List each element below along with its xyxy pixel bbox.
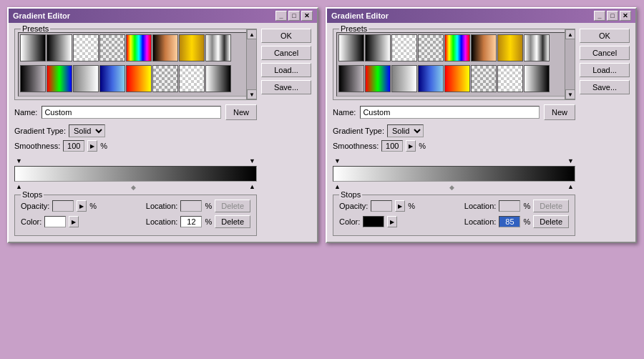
opacity-input[interactable] [371, 200, 392, 212]
preset-swatch-13[interactable] [152, 65, 178, 92]
preset-swatch-3[interactable] [99, 34, 125, 62]
scroll-up-arrow[interactable]: ▲ [247, 29, 257, 39]
maximize-button[interactable]: □ [607, 11, 618, 21]
opacity-stop-left[interactable]: ▼ [16, 157, 22, 164]
presets-group: Presets ▲ ▼ [14, 29, 257, 100]
opacity-input[interactable] [52, 200, 74, 212]
color-stop-right[interactable]: ▲ [249, 183, 255, 190]
gradient-type-select[interactable]: Solid [69, 124, 105, 137]
color-swatch[interactable] [44, 216, 66, 227]
location-input-1[interactable] [180, 200, 202, 212]
preset-swatch-4[interactable] [126, 34, 152, 62]
preset-swatch-1[interactable] [365, 34, 391, 62]
gradient-bar[interactable] [333, 166, 575, 182]
preset-swatch-0[interactable] [20, 34, 46, 62]
gradient-bar[interactable] [14, 166, 257, 182]
preset-swatch-9[interactable] [47, 65, 72, 92]
delete-button-1[interactable]: Delete [215, 200, 250, 212]
opacity-label: Opacity: [339, 202, 368, 210]
close-button[interactable]: ✕ [301, 11, 313, 21]
cancel-button[interactable]: Cancel [261, 46, 311, 60]
preset-swatch-3[interactable] [418, 34, 444, 62]
delete-button-2[interactable]: Delete [215, 215, 250, 228]
presets-scrollbar[interactable]: ▲ ▼ [565, 29, 575, 99]
minimize-button[interactable]: _ [275, 11, 287, 21]
color-stop-right[interactable]: ▲ [567, 183, 574, 190]
preset-swatch-12[interactable] [444, 65, 470, 92]
preset-swatch-14[interactable] [179, 65, 205, 92]
smoothness-increment-btn[interactable]: ▶ [87, 140, 97, 152]
gradient-type-select[interactable]: Solid [387, 124, 424, 137]
opacity-stop-left[interactable]: ▼ [334, 157, 341, 164]
save-button[interactable]: Save... [580, 80, 630, 94]
color-stop-left[interactable]: ▲ [334, 183, 341, 190]
opacity-increment-btn[interactable]: ▶ [77, 200, 87, 212]
opacity-stop-right[interactable]: ▼ [567, 157, 574, 164]
dialog-content: Presets ▲ ▼ Name: [9, 23, 317, 242]
preset-swatch-4[interactable] [444, 34, 470, 62]
new-button[interactable]: New [544, 104, 575, 120]
smoothness-input[interactable] [381, 140, 403, 152]
dialog-title: Gradient Editor [331, 11, 389, 20]
delete-button-2[interactable]: Delete [533, 215, 569, 228]
location-input-2[interactable] [180, 216, 202, 227]
scroll-down-arrow[interactable]: ▼ [247, 89, 257, 99]
load-button[interactable]: Load... [261, 63, 311, 77]
preset-swatch-5[interactable] [471, 34, 497, 62]
main-area: Presets ▲ ▼ Name: [333, 29, 575, 236]
preset-swatch-9[interactable] [365, 65, 391, 92]
name-input[interactable] [42, 106, 221, 119]
preset-swatch-5[interactable] [152, 34, 178, 62]
color-stop-midpoint[interactable]: ◆ [449, 184, 454, 191]
opacity-stop-right[interactable]: ▼ [249, 157, 255, 164]
presets-container [336, 32, 572, 97]
preset-swatch-7[interactable] [524, 34, 550, 62]
preset-swatch-11[interactable] [99, 65, 125, 92]
opacity-increment-btn[interactable]: ▶ [395, 200, 405, 212]
preset-swatch-12[interactable] [126, 65, 152, 92]
name-row: Name: New [14, 104, 257, 120]
preset-swatch-13[interactable] [471, 65, 497, 92]
minimize-button[interactable]: _ [594, 11, 605, 21]
smoothness-pct-label: % [419, 142, 426, 150]
smoothness-input[interactable] [63, 140, 84, 152]
maximize-button[interactable]: □ [288, 11, 300, 21]
color-stop-left[interactable]: ▲ [16, 183, 22, 190]
load-button[interactable]: Load... [580, 63, 630, 77]
color-stop-midpoint[interactable]: ◆ [131, 184, 136, 191]
name-input[interactable] [360, 106, 540, 119]
scroll-down-arrow[interactable]: ▼ [565, 89, 575, 99]
preset-swatch-0[interactable] [338, 34, 364, 62]
preset-swatch-2[interactable] [391, 34, 417, 62]
scroll-track[interactable] [247, 39, 256, 89]
smoothness-increment-btn[interactable]: ▶ [406, 140, 416, 152]
location-input-2[interactable] [499, 216, 520, 227]
preset-swatch-10[interactable] [73, 65, 99, 92]
location-input-1[interactable] [499, 200, 520, 212]
preset-swatch-2[interactable] [73, 34, 99, 62]
presets-scrollbar[interactable]: ▲ ▼ [246, 29, 256, 99]
delete-button-1[interactable]: Delete [533, 200, 569, 212]
cancel-button[interactable]: Cancel [580, 46, 630, 60]
preset-swatch-6[interactable] [497, 34, 523, 62]
close-button[interactable]: ✕ [620, 11, 631, 21]
ok-button[interactable]: OK [261, 29, 311, 43]
preset-swatch-7[interactable] [205, 34, 231, 62]
save-button[interactable]: Save... [261, 80, 311, 94]
new-button[interactable]: New [225, 104, 257, 120]
preset-swatch-10[interactable] [391, 65, 417, 92]
preset-swatch-8[interactable] [20, 65, 46, 92]
preset-swatch-8[interactable] [338, 65, 364, 92]
preset-swatch-6[interactable] [179, 34, 205, 62]
preset-swatch-14[interactable] [497, 65, 523, 92]
color-arrow-btn[interactable]: ▶ [69, 216, 79, 227]
scroll-up-arrow[interactable]: ▲ [565, 29, 575, 39]
preset-swatch-15[interactable] [205, 65, 231, 92]
color-swatch[interactable] [363, 216, 384, 227]
ok-button[interactable]: OK [580, 29, 630, 43]
preset-swatch-11[interactable] [418, 65, 444, 92]
preset-swatch-1[interactable] [47, 34, 72, 62]
preset-swatch-15[interactable] [524, 65, 550, 92]
scroll-track[interactable] [565, 39, 575, 89]
color-arrow-btn[interactable]: ▶ [387, 216, 397, 227]
